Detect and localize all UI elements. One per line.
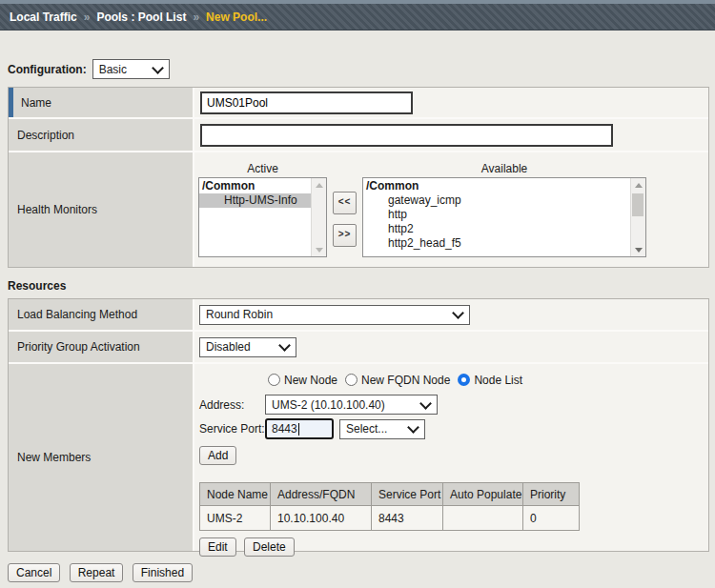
description-value-cell <box>194 119 708 151</box>
radio-new-node-label: New Node <box>284 374 337 387</box>
edit-button[interactable]: Edit <box>199 537 236 557</box>
radio-node-list[interactable]: Node List <box>458 374 522 387</box>
cell-service-port: 8443 <box>372 506 443 531</box>
finished-button[interactable]: Finished <box>133 563 193 582</box>
address-select[interactable]: UMS-2 (10.10.100.40) <box>265 395 438 415</box>
load-balancing-value-cell: Round Robin <box>194 299 708 330</box>
active-monitor-item[interactable]: Http-UMS-Info <box>199 193 311 208</box>
load-balancing-select-value: Round Robin <box>206 308 273 321</box>
active-list-scrollbar[interactable] <box>311 178 326 256</box>
health-monitors-label: Health Monitors <box>17 203 97 216</box>
address-label: Address: <box>199 398 265 412</box>
cell-priority: 0 <box>523 506 580 531</box>
breadcrumb-separator-icon: » <box>84 10 91 24</box>
active-title: Active <box>247 162 278 177</box>
load-balancing-row: Load Balancing Method Round Robin <box>9 299 708 332</box>
chevron-down-icon <box>278 339 291 352</box>
name-label-cell: Name <box>9 88 194 117</box>
header-priority: Priority <box>523 483 580 506</box>
priority-group-select-value: Disabled <box>206 340 251 354</box>
load-balancing-label: Load Balancing Method <box>17 308 137 321</box>
radio-node-list-label: Node List <box>474 374 522 387</box>
general-properties-table: Name Description Health Monitors Active <box>8 87 709 268</box>
available-monitor-item[interactable]: http2_head_f5 <box>363 236 630 251</box>
resources-section-title: Resources <box>8 279 715 293</box>
header-auto-populate: Auto Populate <box>443 483 523 506</box>
repeat-button[interactable]: Repeat <box>70 563 124 582</box>
service-port-input[interactable]: 8443 <box>265 418 334 439</box>
header-node-name: Node Name <box>200 483 271 506</box>
node-type-radio-group: New Node New FQDN Node Node List <box>268 373 708 387</box>
available-monitor-item[interactable]: http <box>363 208 630 222</box>
scroll-down-icon[interactable] <box>312 243 326 256</box>
active-monitors-listbox[interactable]: /Common Http-UMS-Info <box>198 177 327 257</box>
form-actions: Cancel Repeat Finished <box>8 563 198 582</box>
move-to-active-button[interactable]: << <box>333 192 357 214</box>
name-input[interactable] <box>200 91 413 114</box>
new-members-value-cell: New Node New FQDN Node Node List Address… <box>194 364 708 551</box>
description-label: Description <box>17 129 74 142</box>
chevron-down-icon <box>419 397 432 410</box>
priority-group-select[interactable]: Disabled <box>199 337 296 357</box>
service-port-label: Service Port: <box>199 422 265 436</box>
add-button[interactable]: Add <box>199 446 236 465</box>
chevron-down-icon <box>407 421 419 434</box>
chevron-down-icon <box>452 307 464 319</box>
health-monitors-label-cell: Health Monitors <box>9 152 194 267</box>
radio-icon <box>345 374 358 386</box>
cell-node-name: UMS-2 <box>200 506 271 531</box>
cell-auto-populate <box>443 506 523 531</box>
address-line: Address: UMS-2 (10.10.100.40) <box>199 395 708 415</box>
new-members-label-cell: New Members <box>9 364 194 551</box>
service-port-line: Service Port: 8443 Select... <box>199 418 708 439</box>
new-members-row: New Members New Node New FQDN Node <box>9 364 708 551</box>
available-monitor-item[interactable]: http2 <box>363 222 630 236</box>
health-monitors-row: Health Monitors Active /Common Http-UMS-… <box>9 152 708 267</box>
load-balancing-select[interactable]: Round Robin <box>199 305 470 325</box>
health-monitors-value-cell: Active /Common Http-UMS-Info <box>194 152 708 267</box>
active-partition-label: /Common <box>199 179 311 193</box>
breadcrumb: Local Traffic » Pools : Pool List » New … <box>0 0 715 30</box>
available-monitors-listbox[interactable]: /Common gateway_icmp http http2 http2_he… <box>362 177 646 257</box>
scroll-thumb[interactable] <box>632 193 644 216</box>
available-partition-label: /Common <box>363 179 630 193</box>
move-to-available-button[interactable]: >> <box>333 224 357 247</box>
service-port-value: 8443 <box>272 422 297 436</box>
cancel-button[interactable]: Cancel <box>8 563 60 582</box>
scroll-up-icon[interactable] <box>312 178 326 192</box>
scroll-down-icon[interactable] <box>631 243 645 256</box>
address-select-value: UMS-2 (10.10.100.40) <box>272 398 385 412</box>
description-input[interactable] <box>200 124 613 147</box>
breadcrumb-new-pool: New Pool... <box>206 10 267 24</box>
header-address-fqdn: Address/FQDN <box>271 483 372 506</box>
breadcrumb-pool-list[interactable]: Pools : Pool List <box>96 10 186 24</box>
required-indicator <box>9 88 13 117</box>
priority-group-row: Priority Group Activation Disabled <box>9 332 708 364</box>
available-list-scrollbar[interactable] <box>630 178 645 256</box>
scroll-up-icon[interactable] <box>631 178 645 192</box>
name-value-cell <box>194 88 708 117</box>
priority-group-label-cell: Priority Group Activation <box>9 332 194 362</box>
members-table: Node Name Address/FQDN Service Port Auto… <box>199 482 580 531</box>
member-row[interactable]: UMS-2 10.10.100.40 8443 0 <box>200 506 580 531</box>
service-port-select[interactable]: Select... <box>339 419 425 439</box>
name-row: Name <box>9 88 708 119</box>
text-cursor <box>298 423 299 436</box>
available-monitors-column: Available /Common gateway_icmp http http… <box>362 162 646 257</box>
chevron-down-icon <box>152 62 164 74</box>
priority-group-label: Priority Group Activation <box>17 340 140 354</box>
name-label: Name <box>21 96 51 110</box>
breadcrumb-local-traffic[interactable]: Local Traffic <box>10 10 77 24</box>
configuration-select[interactable]: Basic <box>92 59 170 79</box>
radio-new-fqdn-node[interactable]: New FQDN Node <box>345 374 450 387</box>
radio-icon <box>268 374 280 386</box>
monitor-move-buttons: << >> <box>333 192 357 256</box>
delete-button[interactable]: Delete <box>244 537 295 557</box>
available-monitor-item[interactable]: gateway_icmp <box>363 193 630 208</box>
description-label-cell: Description <box>9 119 194 151</box>
cell-address-fqdn: 10.10.100.40 <box>271 506 372 531</box>
configuration-select-value: Basic <box>99 63 127 76</box>
radio-new-node[interactable]: New Node <box>268 374 337 387</box>
radio-checked-icon <box>458 374 470 386</box>
configuration-label: Configuration: <box>8 63 87 76</box>
